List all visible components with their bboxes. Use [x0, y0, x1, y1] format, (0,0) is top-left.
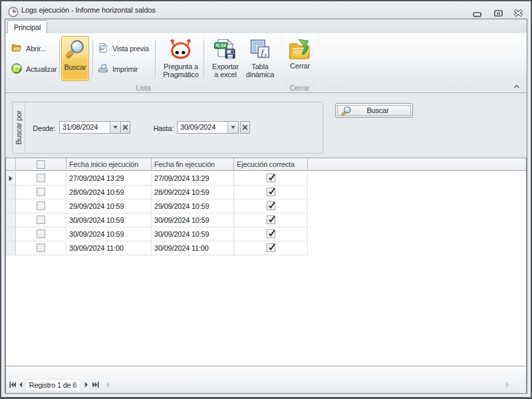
row-indicator-cell [5, 213, 16, 227]
desde-clear-button[interactable] [120, 121, 130, 134]
close-button[interactable] [513, 9, 525, 17]
svg-text:x: x [264, 52, 267, 58]
cell-ejecucion-correcta[interactable] [234, 227, 308, 241]
record-position-label: Registro 1 de 6 [25, 379, 80, 391]
desde-value: 31/08/2024 [63, 122, 98, 133]
cell-fecha-inicio[interactable]: 28/09/2024 10:59 [66, 186, 152, 199]
grid-left-border [5, 158, 6, 393]
checkbox-unchecked [37, 160, 45, 169]
nav-prev-button[interactable] [19, 381, 23, 390]
checkbox-unchecked[interactable] [37, 188, 45, 196]
cell-fecha-fin[interactable]: 30/09/2024 10:59 [152, 213, 234, 227]
svg-text:XLSX: XLSX [215, 43, 227, 48]
cell-fecha-inicio[interactable]: 27/09/2024 13:29 [66, 172, 152, 185]
ribbon-tab-row: Principal [5, 19, 527, 33]
ribbon-separator [59, 37, 61, 81]
ribbon-separator [155, 37, 156, 81]
hasta-label: Hasta: [140, 124, 174, 133]
group-caption-lista: Lista [5, 84, 281, 92]
desde-label: Desde: [22, 124, 55, 133]
grid-row[interactable]: 30/09/2024 10:59 30/09/2024 10:59 [5, 213, 308, 227]
app-window: Logs ejecución - Informe horizontal sald… [0, 0, 532, 399]
column-header-ejecucion-correcta[interactable]: Ejecución correcta [234, 158, 308, 171]
cell-fecha-fin[interactable]: 30/09/2024 11:00 [152, 241, 234, 255]
cell-fecha-fin[interactable]: 27/09/2024 13:29 [152, 172, 234, 185]
checkbox-unchecked[interactable] [37, 201, 45, 210]
pivot-table-icon: f x [250, 39, 271, 61]
cell-ejecucion-correcta[interactable] [234, 213, 308, 227]
row-indicator-cell [5, 186, 16, 199]
close-folder-icon [289, 38, 311, 63]
grid-row[interactable]: 30/09/2024 10:59 30/09/2024 10:59 [5, 227, 308, 241]
checkbox-checked[interactable] [267, 243, 275, 252]
buscar-ribbon-button[interactable]: Buscar [61, 36, 89, 81]
checkbox-checked[interactable] [267, 188, 275, 196]
grid-row[interactable]: 27/09/2024 13:29 27/09/2024 13:29 [5, 172, 308, 186]
select-all-checkbox[interactable] [16, 160, 66, 169]
checkbox-unchecked[interactable] [37, 215, 45, 224]
column-header-fecha-inicio[interactable]: Fecha inicio ejecución [66, 158, 152, 171]
column-header-select[interactable] [16, 158, 66, 171]
grid-row[interactable]: 28/09/2024 10:59 28/09/2024 10:59 [5, 186, 308, 200]
row-select-cell[interactable] [16, 200, 66, 213]
checkbox-checked[interactable] [267, 215, 275, 224]
buscar-filter-label: Buscar [343, 104, 412, 117]
checkbox-checked[interactable] [267, 174, 275, 182]
cell-fecha-inicio[interactable]: 29/09/2024 10:59 [66, 200, 152, 213]
minimize-button[interactable] [473, 11, 485, 19]
actualizar-label: Actualizar [26, 65, 57, 73]
row-select-cell[interactable] [16, 172, 66, 185]
checkbox-unchecked[interactable] [37, 174, 45, 182]
cell-fecha-inicio[interactable]: 30/09/2024 10:59 [66, 227, 152, 241]
grid-row[interactable]: 30/09/2024 11:00 30/09/2024 11:00 [5, 241, 308, 255]
grid-right-border [526, 158, 527, 393]
cell-ejecucion-correcta[interactable] [234, 186, 308, 199]
column-header-filler [308, 158, 527, 171]
ribbon-collapse-button[interactable] [512, 82, 521, 91]
vista-previa-button[interactable]: Vista previa [98, 41, 149, 56]
titlebar: Logs ejecución - Informe horizontal sald… [1, 1, 531, 19]
hasta-clear-button[interactable] [240, 121, 250, 134]
window-title: Logs ejecución - Informe horizontal sald… [21, 1, 156, 19]
row-indicator-header [5, 158, 16, 171]
hasta-date-input[interactable]: 30/09/2024 [177, 121, 239, 134]
checkbox-unchecked[interactable] [37, 229, 45, 238]
search-icon [65, 39, 85, 61]
cell-ejecucion-correcta[interactable] [234, 200, 308, 213]
cell-fecha-fin[interactable]: 29/09/2024 10:59 [152, 200, 234, 213]
cell-fecha-fin[interactable]: 28/09/2024 10:59 [152, 186, 234, 199]
data-grid: Fecha inicio ejecución Fecha fin ejecuci… [5, 158, 527, 393]
row-select-cell[interactable] [16, 241, 66, 255]
abrir-button[interactable]: Abrir... [11, 41, 46, 56]
cell-ejecucion-correcta[interactable] [234, 172, 308, 185]
desde-date-input[interactable]: 31/08/2024 [59, 121, 121, 134]
column-header-fecha-fin[interactable]: Fecha fin ejecución [152, 158, 234, 171]
vista-previa-label: Vista previa [112, 45, 149, 53]
cell-fecha-inicio[interactable]: 30/09/2024 10:59 [66, 213, 152, 227]
buscar-filter-button[interactable]: Buscar [335, 103, 413, 118]
checkbox-unchecked[interactable] [37, 243, 45, 252]
tab-principal[interactable]: Principal [7, 20, 47, 34]
hscroll-left-arrow[interactable] [105, 381, 110, 390]
row-select-cell[interactable] [16, 227, 66, 241]
row-select-cell[interactable] [16, 213, 66, 227]
print-preview-icon [98, 43, 108, 55]
hasta-dropdown-button[interactable] [227, 122, 238, 133]
nav-next-button[interactable] [84, 381, 88, 390]
cell-ejecucion-correcta[interactable] [234, 241, 308, 255]
checkbox-checked[interactable] [267, 201, 275, 210]
restore-button[interactable] [494, 10, 506, 18]
row-select-cell[interactable] [16, 186, 66, 199]
group-caption-cerrar: Cerrar [281, 84, 318, 92]
cell-fecha-inicio[interactable]: 30/09/2024 11:00 [66, 241, 152, 255]
checkbox-checked[interactable] [267, 229, 275, 238]
actualizar-button[interactable]: Actualizar [11, 62, 57, 76]
nav-last-button[interactable] [92, 381, 99, 390]
grid-row[interactable]: 29/09/2024 10:59 29/09/2024 10:59 [5, 200, 308, 213]
desde-dropdown-button[interactable] [110, 122, 120, 133]
nav-first-button[interactable] [9, 381, 16, 390]
refresh-icon [11, 63, 22, 75]
imprimir-button[interactable]: Imprimir [98, 62, 138, 76]
hscroll-right-arrow[interactable] [505, 381, 510, 390]
cell-fecha-fin[interactable]: 30/09/2024 10:59 [152, 227, 234, 241]
